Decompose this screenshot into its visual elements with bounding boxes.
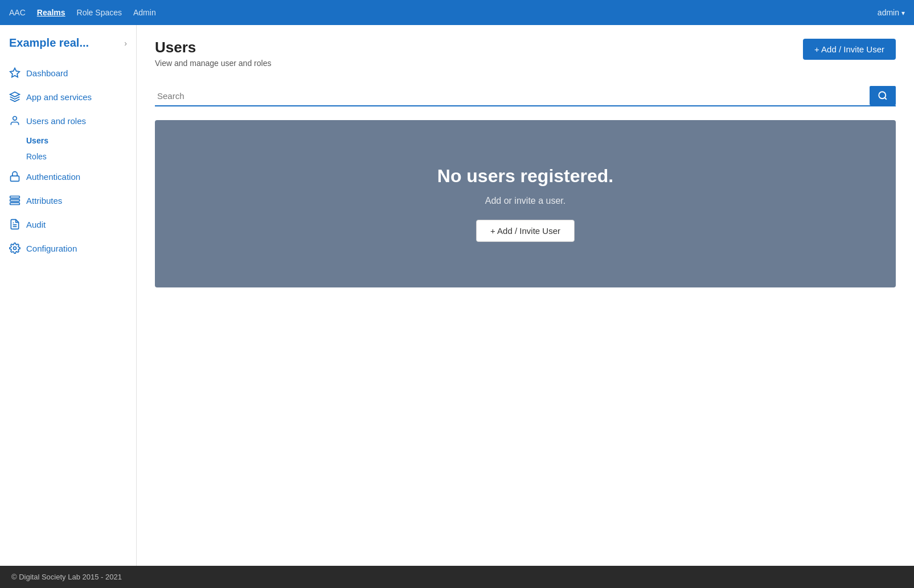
sidebar-item-configuration[interactable]: Configuration [0, 236, 136, 260]
svg-marker-1 [10, 92, 20, 97]
sidebar-item-dashboard[interactable]: Dashboard [0, 61, 136, 85]
empty-state-subtitle: Add or invite a user. [485, 196, 565, 206]
search-area [155, 86, 896, 106]
sidebar-nav: Dashboard App and services [0, 59, 136, 262]
nav-link-realms[interactable]: Realms [37, 8, 65, 17]
gear-icon [9, 242, 21, 254]
sidebar-subitem-roles[interactable]: Roles [26, 149, 136, 165]
svg-point-2 [13, 117, 17, 121]
svg-point-9 [14, 247, 17, 250]
sidebar-subitems-users-roles: Users Roles [0, 133, 136, 165]
sidebar-item-authentication[interactable]: Authentication [0, 165, 136, 188]
svg-rect-5 [10, 199, 20, 201]
sidebar-expand-icon[interactable]: › [124, 39, 127, 48]
nav-link-admin[interactable]: Admin [133, 8, 156, 17]
svg-rect-4 [10, 196, 20, 198]
sidebar-item-app-services[interactable]: App and services [0, 85, 136, 109]
sidebar-realm-title[interactable]: Example real... [9, 36, 89, 50]
svg-rect-3 [11, 176, 19, 181]
layers-icon [9, 91, 21, 102]
user-label: admin [878, 8, 899, 17]
nav-link-role-spaces[interactable]: Role Spaces [77, 8, 122, 17]
page-title: Users [155, 39, 271, 56]
empty-state-title: No users registered. [437, 166, 613, 187]
sidebar-item-authentication-label: Authentication [26, 172, 80, 182]
sidebar-header: Example real... › [0, 25, 136, 59]
empty-state: No users registered. Add or invite a use… [155, 120, 896, 287]
svg-marker-0 [10, 68, 20, 77]
page-title-area: Users View and manage user and roles [155, 39, 271, 68]
audit-icon [9, 219, 21, 230]
chevron-down-icon [901, 8, 905, 17]
star-icon [9, 67, 21, 79]
sidebar-subitem-users[interactable]: Users [26, 133, 136, 149]
sidebar-item-audit[interactable]: Audit [0, 212, 136, 236]
main-content: Users View and manage user and roles + A… [137, 25, 914, 566]
sidebar-item-attributes-label: Attributes [26, 196, 62, 205]
user-icon [9, 115, 21, 126]
sidebar-item-attributes[interactable]: Attributes [0, 188, 136, 212]
sidebar-item-configuration-label: Configuration [26, 244, 77, 253]
content-header: Users View and manage user and roles + A… [137, 25, 914, 77]
attributes-icon [9, 195, 21, 206]
svg-rect-6 [10, 203, 20, 204]
sidebar-item-app-services-label: App and services [26, 92, 92, 102]
top-nav: AAC Realms Role Spaces Admin admin [0, 0, 914, 25]
lock-icon [9, 171, 21, 182]
footer-copyright: © Digital Society Lab 2015 - 2021 [11, 573, 122, 581]
svg-line-11 [884, 97, 886, 99]
add-invite-user-button[interactable]: + Add / Invite User [803, 39, 896, 60]
footer: © Digital Society Lab 2015 - 2021 [0, 566, 914, 588]
brand-link[interactable]: AAC [9, 8, 26, 17]
sidebar-item-users-roles[interactable]: Users and roles [0, 109, 136, 133]
sidebar-item-users-roles-label: Users and roles [26, 116, 86, 126]
main-layout: Example real... › Dashboard [0, 25, 914, 566]
search-button[interactable] [870, 86, 896, 105]
sidebar-item-dashboard-label: Dashboard [26, 68, 68, 78]
sidebar-item-audit-label: Audit [26, 220, 46, 229]
empty-state-add-invite-button[interactable]: + Add / Invite User [476, 220, 575, 242]
search-input[interactable] [155, 87, 870, 105]
user-menu[interactable]: admin [878, 8, 905, 17]
svg-point-10 [879, 92, 886, 98]
sidebar: Example real... › Dashboard [0, 25, 137, 566]
page-subtitle: View and manage user and roles [155, 59, 271, 68]
search-icon [878, 91, 888, 101]
